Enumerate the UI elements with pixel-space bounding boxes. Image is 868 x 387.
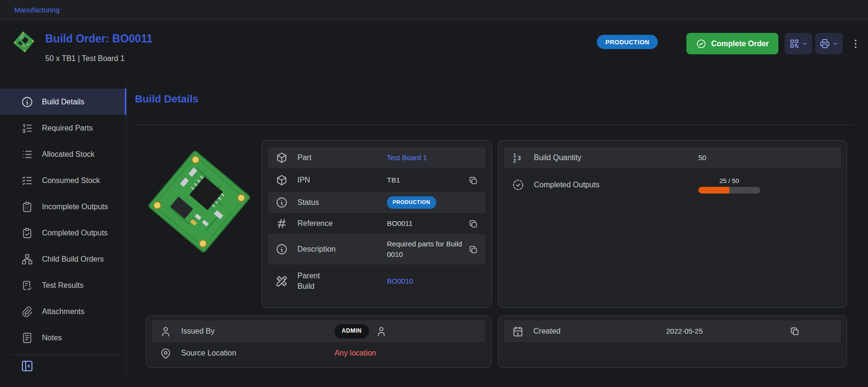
- notebook-icon: [21, 332, 33, 344]
- sidebar-item-label: Build Details: [42, 98, 84, 106]
- part-thumbnail[interactable]: [11, 30, 36, 54]
- detail-value: 2022-05-25: [666, 326, 703, 336]
- pcb-thumbnail-image: [11, 30, 36, 54]
- clipboard-icon: [21, 201, 33, 213]
- check-circle-icon: [696, 39, 706, 49]
- detail-value: TB1: [387, 175, 400, 185]
- sidebar-divider: [11, 355, 120, 355]
- sidebar-item-label: Required Parts: [42, 124, 93, 132]
- dots-vertical-icon: [850, 38, 861, 50]
- copy-icon: [468, 175, 478, 185]
- parent-build-link[interactable]: BO0010: [387, 276, 413, 286]
- complete-order-label: Complete Order: [711, 40, 769, 48]
- sidebar-item-label: Completed Outputs: [42, 229, 108, 237]
- box-icon: [276, 152, 288, 164]
- sidebar-item-notes[interactable]: Notes: [0, 325, 126, 351]
- calendar-icon: [512, 326, 524, 337]
- sidebar-item-consumed-stock[interactable]: Consumed Stock: [0, 167, 126, 194]
- info-circle-icon: [276, 243, 288, 255]
- copy-button[interactable]: [789, 326, 800, 336]
- user-icon: [376, 326, 387, 337]
- detail-label: Issued By: [181, 326, 214, 336]
- page-subtitle: 50 x TB1 | Test Board 1: [45, 54, 124, 63]
- detail-value: BO0011: [387, 218, 413, 229]
- sidebar-item-label: Consumed Stock: [42, 176, 100, 185]
- sidebar-item-build-details[interactable]: Build Details: [0, 89, 126, 115]
- copy-icon: [468, 244, 478, 255]
- map-pin-icon: [160, 347, 172, 359]
- copy-button[interactable]: [468, 175, 478, 185]
- progress-track: [698, 187, 760, 194]
- copy-icon: [789, 326, 800, 336]
- print-actions-button[interactable]: [815, 33, 843, 54]
- detail-row-ipn: IPN TB1: [268, 168, 486, 192]
- sidebar-item-child-build-orders[interactable]: Child Build Orders: [0, 246, 126, 272]
- build-order-page: Manufacturing Build Order: BO0011 50 x T…: [0, 0, 868, 387]
- page-title: Build Order: BO0011: [45, 32, 153, 45]
- sidebar: Build Details Required Parts Allocated S…: [0, 81, 127, 380]
- sitemap-icon: [21, 253, 33, 265]
- barcode-actions-button[interactable]: [785, 33, 812, 54]
- complete-order-button[interactable]: Complete Order: [686, 33, 778, 54]
- numbers-123-icon: [512, 152, 524, 164]
- copy-button[interactable]: [468, 219, 478, 229]
- sidebar-collapse-button[interactable]: [20, 359, 34, 373]
- sidebar-item-test-results[interactable]: Test Results: [0, 272, 126, 298]
- sidebar-item-label: Incomplete Outputs: [42, 203, 108, 211]
- part-image[interactable]: [140, 142, 259, 261]
- sidebar-item-allocated-stock[interactable]: Allocated Stock: [0, 141, 126, 167]
- progress-fill: [698, 187, 729, 194]
- detail-value: 50: [698, 153, 706, 163]
- detail-row-parent-build: Parent Build BO0010: [268, 265, 486, 298]
- user-icon: [160, 326, 172, 337]
- detail-label: Source Location: [181, 348, 236, 358]
- detail-row-reference: Reference BO0011: [268, 213, 486, 234]
- box-icon: [276, 174, 288, 186]
- detail-row-build-quantity: Build Quantity 50: [504, 147, 841, 168]
- panel-heading: Build Details: [135, 93, 198, 105]
- detail-row-status: Status PRODUCTION: [268, 192, 486, 213]
- sidebar-item-label: Notes: [42, 334, 62, 342]
- source-location-value: Any location: [335, 347, 376, 358]
- qrcode-icon: [789, 38, 800, 49]
- numbered-list-icon: [21, 122, 33, 134]
- sidebar-item-attachments[interactable]: Attachments: [0, 298, 126, 325]
- sidebar-item-required-parts[interactable]: Required Parts: [0, 115, 126, 141]
- detail-label: Part: [297, 153, 311, 163]
- breadcrumb: Manufacturing: [0, 0, 868, 20]
- chevron-down-icon: [801, 40, 808, 47]
- detail-label: Status: [297, 197, 319, 208]
- detail-row-completed-outputs: Completed Outputs 25 / 50: [504, 168, 841, 202]
- sidebar-item-label: Attachments: [42, 307, 84, 316]
- progress-label: 25 / 50: [719, 176, 739, 186]
- file-check-icon: [21, 279, 33, 292]
- panel-divider: [135, 124, 855, 125]
- status-badge: PRODUCTION: [597, 35, 658, 49]
- info-circle-icon: [276, 196, 288, 209]
- issue-card: Issued By ADMIN Source Location Any loca…: [146, 316, 491, 368]
- progress-check-icon: [512, 179, 524, 191]
- detail-label: Completed Outputs: [534, 180, 600, 190]
- sidebar-collapse-icon: [20, 359, 34, 373]
- checklist-icon: [21, 174, 33, 187]
- sidebar-item-label: Allocated Stock: [42, 150, 94, 159]
- completed-outputs-progress: 25 / 50: [698, 176, 760, 194]
- sidebar-item-label: Child Build Orders: [42, 255, 104, 264]
- clipboard-check-icon: [21, 227, 33, 239]
- page-header: Build Order: BO0011 50 x TB1 | Test Boar…: [0, 20, 868, 81]
- detail-label: Created: [533, 326, 561, 336]
- chevron-down-icon: [832, 40, 839, 47]
- sidebar-item-label: Test Results: [42, 281, 83, 290]
- paperclip-icon: [21, 306, 33, 318]
- overflow-menu-button[interactable]: [848, 36, 863, 52]
- copy-icon: [468, 219, 478, 229]
- build-details-card: Part Test Board 1 IPN TB1 Status PRODUCT…: [262, 140, 492, 308]
- sidebar-item-incomplete-outputs[interactable]: Incomplete Outputs: [0, 194, 126, 220]
- copy-button[interactable]: [468, 244, 478, 255]
- breadcrumb-link-manufacturing[interactable]: Manufacturing: [14, 6, 60, 14]
- issued-by-badge: ADMIN: [335, 324, 369, 338]
- created-card: Created 2022-05-25: [498, 316, 847, 368]
- sidebar-item-completed-outputs[interactable]: Completed Outputs: [0, 220, 126, 246]
- part-link[interactable]: Test Board 1: [387, 153, 427, 163]
- list-icon: [21, 148, 33, 161]
